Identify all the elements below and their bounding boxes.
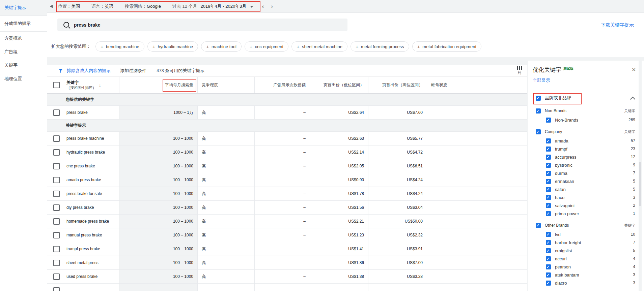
panel-scrollbar[interactable] — [639, 61, 642, 291]
language-filter[interactable]: 语言：英语 — [91, 3, 113, 9]
refine-item[interactable]: ermaksan5 — [546, 177, 635, 185]
refine-group-header[interactable]: Company关键字 — [536, 128, 635, 135]
refine-item[interactable]: durma7 — [546, 169, 635, 177]
refine-item[interactable]: diacro3 — [546, 279, 635, 287]
table-row[interactable]: used press brake 100 – 1000 高 – US$1.38 … — [47, 270, 527, 284]
item-checkbox[interactable] — [546, 187, 551, 192]
broaden-chip[interactable]: +metal fabrication equipment — [412, 41, 481, 52]
row-checkbox[interactable] — [53, 191, 60, 197]
sidebar-item-3[interactable]: 广告组 — [0, 45, 47, 59]
refine-item[interactable]: haco3 — [546, 193, 635, 201]
competition-header[interactable]: 竞争程度 — [198, 77, 255, 93]
table-row[interactable]: trumpf press brake 100 – 1000 高 – US$1.4… — [47, 242, 527, 256]
refine-item[interactable]: trumpf23 — [546, 145, 635, 153]
item-checkbox[interactable] — [546, 163, 551, 168]
item-checkbox[interactable] — [546, 195, 551, 200]
table-row[interactable]: manual press brake 100 – 1000 高 – US$1.2… — [47, 228, 527, 242]
refine-item[interactable]: lvd10 — [546, 230, 635, 238]
row-checkbox[interactable] — [53, 135, 60, 142]
broaden-chip[interactable]: +cnc equipment — [245, 41, 288, 52]
search-input[interactable]: press brake — [57, 19, 347, 31]
sidebar-item-5[interactable]: 地理位置 — [0, 72, 47, 86]
item-checkbox[interactable] — [546, 281, 551, 286]
refine-item[interactable]: salvagnini2 — [546, 201, 635, 209]
add-filter-button[interactable]: 添加过滤条件 — [120, 68, 146, 74]
sidebar-item-4[interactable]: 关键字 — [0, 59, 47, 72]
row-checkbox[interactable] — [53, 204, 60, 211]
item-checkbox[interactable] — [546, 211, 551, 216]
download-keywords-link[interactable]: 下载关键字提示 — [601, 22, 634, 28]
refine-item[interactable]: accurpress12 — [546, 153, 635, 161]
group-checkbox[interactable] — [536, 223, 541, 228]
item-checkbox[interactable] — [546, 118, 551, 123]
table-row[interactable]: hydraulic press brake 100 – 1000 高 – US$… — [47, 146, 527, 159]
broaden-chip[interactable]: +machine tool — [201, 41, 241, 52]
broaden-chip[interactable]: +sheet metal machine — [291, 41, 347, 52]
broaden-chip[interactable]: +metal forming process — [351, 41, 409, 52]
refine-item[interactable]: bystronic9 — [546, 161, 635, 169]
item-checkbox[interactable] — [546, 232, 551, 237]
next-month-icon[interactable]: › — [271, 3, 273, 9]
refine-item[interactable]: prima power1 — [546, 209, 635, 218]
item-checkbox[interactable] — [546, 179, 551, 184]
sidebar-item-0[interactable]: 关键字提示 — [0, 0, 47, 15]
item-checkbox[interactable] — [546, 272, 551, 278]
account-status-header[interactable]: 帐号状态 — [427, 77, 527, 93]
item-checkbox[interactable] — [546, 138, 551, 143]
table-row[interactable]: amada press brake 100 – 1000 高 – US$0.90… — [47, 173, 527, 187]
brand-root-checkbox[interactable] — [536, 96, 541, 101]
refine-group-header[interactable]: Non-Brands关键字 — [536, 107, 635, 115]
show-all-link[interactable]: 全部显示 — [533, 77, 644, 83]
row-checkbox[interactable] — [53, 232, 60, 238]
ad-impression-share-header[interactable]: 广告展示次数份额 — [255, 77, 310, 93]
table-row[interactable]: press brake for sale 100 – 1000 高 – US$1… — [47, 187, 527, 201]
location-filter[interactable]: 位置：美国 — [58, 3, 80, 9]
top-bid-high-header[interactable]: 页首出价（高位区间） — [368, 77, 427, 93]
broaden-chip[interactable]: +bending machine — [95, 41, 144, 52]
sidebar-item-2[interactable]: 方案概览 — [0, 32, 47, 45]
back-icon[interactable] — [50, 5, 53, 8]
table-row[interactable]: cnc press brake 100 – 1000 高 – US$2.05 U… — [47, 159, 527, 173]
row-checkbox[interactable] — [53, 109, 60, 116]
scrollbar-thumb[interactable] — [639, 162, 641, 206]
refine-item[interactable]: accurl4 — [546, 255, 635, 263]
keyword-header-cell[interactable]: 关键字 （按相关性排序） ↓ — [47, 77, 119, 93]
refine-item[interactable]: atek bantam3 — [546, 271, 635, 279]
table-row[interactable]: press brake 1000 – 1万 高 – US$2.64 US$7.6… — [47, 106, 527, 120]
item-checkbox[interactable] — [546, 264, 551, 269]
brand-root-row[interactable]: 品牌或非品牌 — [528, 93, 644, 103]
avg-searches-header[interactable]: 平均每月搜索量 — [119, 77, 198, 93]
network-filter[interactable]: 搜索网络：Google — [125, 3, 161, 9]
item-checkbox[interactable] — [546, 256, 551, 261]
table-row[interactable]: homemade press brake 100 – 1000 高 – US$2… — [47, 215, 527, 228]
row-checkbox[interactable] — [53, 177, 60, 183]
prev-month-icon[interactable]: ‹ — [262, 3, 264, 9]
table-row[interactable]: diy press brake 100 – 1000 高 – US$1.56 U… — [47, 201, 527, 215]
refine-item[interactable]: harbor freight7 — [546, 238, 635, 247]
sidebar-item-1[interactable]: 分成组的提示 — [0, 16, 47, 31]
table-row[interactable]: press brake machine 100 – 1000 高 – US$2.… — [47, 132, 527, 146]
refine-item[interactable]: safan5 — [546, 185, 635, 193]
item-checkbox[interactable] — [546, 203, 551, 208]
group-checkbox[interactable] — [536, 129, 541, 134]
top-bid-low-header[interactable]: 页首出价（低位区间） — [310, 77, 368, 93]
refine-item[interactable]: amada57 — [546, 137, 635, 145]
chevron-up-icon[interactable] — [630, 97, 636, 102]
row-checkbox[interactable] — [53, 149, 60, 156]
row-checkbox[interactable] — [53, 163, 60, 169]
refine-item[interactable]: Non-Brands269 — [546, 116, 635, 124]
row-checkbox[interactable] — [53, 273, 60, 280]
row-checkbox[interactable] — [53, 246, 60, 252]
refine-item[interactable]: craigslist5 — [546, 247, 635, 255]
group-checkbox[interactable] — [536, 108, 541, 114]
table-row-partial[interactable] — [47, 284, 527, 291]
row-checkbox[interactable] — [53, 260, 60, 266]
columns-button[interactable]: 列 — [517, 66, 522, 75]
item-checkbox[interactable] — [546, 155, 551, 160]
item-checkbox[interactable] — [546, 147, 551, 152]
item-checkbox[interactable] — [546, 171, 551, 176]
item-checkbox[interactable] — [546, 248, 551, 253]
daterange-filter[interactable]: 过去 12 个月2019年4月 - 2020年3月 — [172, 3, 253, 9]
table-row[interactable]: sheet metal press 100 – 1000 高 – US$1.86… — [47, 256, 527, 270]
item-checkbox[interactable] — [546, 240, 551, 245]
